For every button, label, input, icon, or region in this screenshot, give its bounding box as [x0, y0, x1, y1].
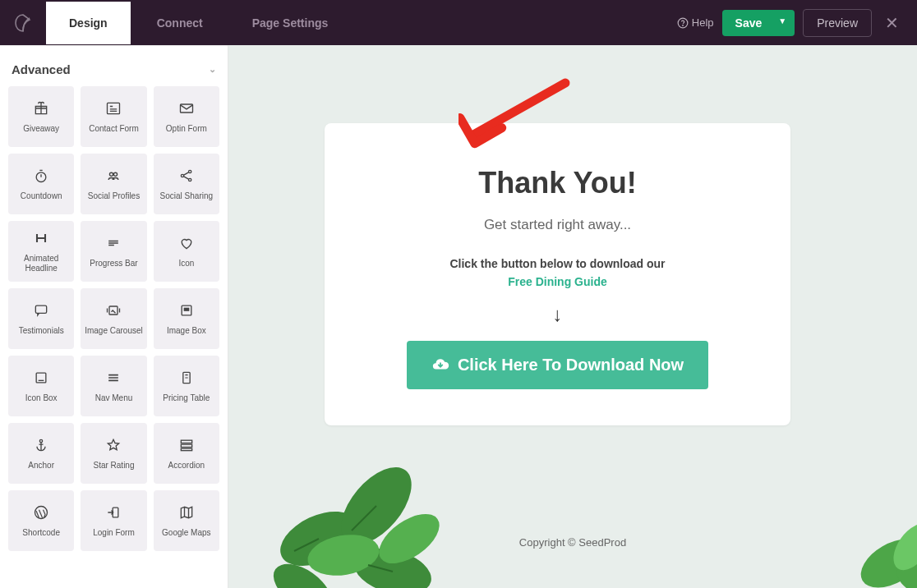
block-google-maps[interactable]: Google Maps — [154, 490, 219, 551]
block-label: Social Profiles — [85, 191, 143, 201]
tab-design[interactable]: Design — [46, 2, 131, 44]
save-button[interactable]: Save — [722, 10, 776, 36]
map-icon — [177, 503, 196, 521]
svg-point-16 — [39, 439, 42, 442]
block-login-form[interactable]: Login Form — [81, 490, 146, 551]
block-label: Accordion — [165, 461, 208, 471]
tab-page-settings[interactable]: Page Settings — [229, 2, 352, 44]
block-label: Login Form — [90, 528, 138, 538]
anchor-icon — [32, 436, 50, 454]
close-button[interactable]: ✕ — [880, 13, 904, 33]
block-label: Shortcode — [19, 528, 63, 538]
block-label: Image Box — [164, 326, 210, 336]
svg-point-5 — [110, 172, 113, 176]
menu-icon — [104, 369, 122, 387]
save-dropdown[interactable]: ▼ — [770, 10, 795, 36]
svg-rect-14 — [36, 373, 46, 383]
block-image-carousel[interactable]: Image Carousel — [81, 288, 146, 349]
svg-rect-13 — [183, 308, 189, 311]
block-progress-bar[interactable]: Progress Bar — [81, 221, 146, 282]
block-label: Star Rating — [90, 461, 137, 471]
block-icon-box[interactable]: Icon Box — [8, 356, 74, 416]
logo — [13, 13, 33, 33]
download-button[interactable]: Click Here To Download Now — [407, 341, 708, 389]
block-label: Social Sharing — [157, 191, 216, 201]
carousel-icon — [104, 301, 122, 319]
annotation-arrow — [458, 76, 574, 162]
form-icon — [104, 99, 122, 117]
svg-rect-2 — [108, 103, 120, 113]
block-label: Animated Headline — [8, 254, 74, 273]
imagebox-icon — [177, 301, 196, 319]
block-giveaway[interactable]: Giveaway — [8, 86, 74, 147]
copyright-text: Copyright © SeedProd — [228, 536, 917, 549]
chevron-down-icon: ⌄ — [209, 64, 216, 75]
block-label: Contact Form — [85, 124, 142, 134]
section-title: Advanced — [12, 62, 71, 76]
login-icon — [104, 503, 122, 521]
giftbox-icon — [32, 99, 50, 117]
svg-point-1 — [682, 25, 683, 25]
subtitle: Get started right away... — [357, 217, 758, 233]
help-label: Help — [692, 16, 714, 29]
chat-icon — [32, 301, 50, 319]
stopwatch-icon — [32, 167, 50, 185]
svg-point-7 — [181, 174, 183, 177]
svg-rect-19 — [181, 448, 191, 451]
heart-icon — [177, 234, 196, 252]
block-anchor[interactable]: Anchor — [8, 423, 74, 484]
pricing-icon — [177, 369, 196, 387]
block-shortcode[interactable]: Shortcode — [8, 490, 74, 551]
thank-you-card[interactable]: Thank You! Get started right away... Cli… — [325, 123, 790, 425]
page-canvas[interactable]: Thank You! Get started right away... Cli… — [228, 45, 917, 588]
plant-decoration-left — [253, 407, 467, 588]
tab-connect[interactable]: Connect — [134, 2, 226, 44]
block-nav-menu[interactable]: Nav Menu — [81, 356, 146, 416]
page-title: Thank You! — [357, 166, 758, 200]
block-label: Giveaway — [20, 124, 62, 134]
block-label: Nav Menu — [92, 393, 136, 403]
svg-rect-21 — [113, 508, 119, 517]
block-testimonials[interactable]: Testimonials — [8, 288, 74, 349]
block-pricing-table[interactable]: Pricing Table — [154, 356, 219, 416]
block-star-rating[interactable]: Star Rating — [81, 423, 146, 484]
block-label: Testimonials — [16, 326, 67, 336]
blocks-sidebar: Advanced ⌄ GiveawayContact FormOptin For… — [0, 45, 228, 588]
block-label: Optin Form — [163, 124, 210, 134]
block-label: Google Maps — [159, 528, 214, 538]
preview-button[interactable]: Preview — [803, 9, 872, 37]
svg-rect-18 — [181, 444, 191, 447]
dining-guide-link[interactable]: Free Dining Guide — [508, 275, 607, 288]
cloud-download-icon — [431, 356, 449, 374]
block-social-sharing[interactable]: Social Sharing — [154, 154, 219, 214]
block-accordion[interactable]: Accordion — [154, 423, 219, 484]
iconbox-icon — [32, 369, 50, 387]
block-label: Icon Box — [22, 393, 61, 403]
block-icon[interactable]: Icon — [154, 221, 219, 282]
block-social-profiles[interactable]: Social Profiles — [81, 154, 146, 214]
svg-point-6 — [114, 172, 118, 176]
share-icon — [177, 167, 196, 185]
headline-icon — [32, 229, 50, 247]
envelope-icon — [177, 99, 196, 117]
people-icon — [104, 167, 122, 185]
block-label: Icon — [175, 259, 197, 269]
block-animated-headline[interactable]: Animated Headline — [8, 221, 74, 282]
wordpress-icon — [32, 503, 50, 521]
block-optin-form[interactable]: Optin Form — [154, 86, 219, 147]
help-link[interactable]: Help — [677, 16, 714, 29]
svg-rect-3 — [180, 104, 192, 113]
block-label: Image Carousel — [81, 326, 146, 336]
block-contact-form[interactable]: Contact Form — [81, 86, 146, 147]
svg-point-9 — [188, 178, 191, 181]
accordion-icon — [177, 436, 196, 454]
block-label: Pricing Table — [159, 393, 213, 403]
block-image-box[interactable]: Image Box — [154, 288, 219, 349]
block-countdown[interactable]: Countdown — [8, 154, 74, 214]
block-label: Anchor — [25, 461, 58, 471]
progress-icon — [104, 234, 122, 252]
svg-point-8 — [188, 170, 191, 172]
star-icon — [104, 436, 122, 454]
svg-rect-10 — [35, 305, 46, 313]
section-advanced-header[interactable]: Advanced ⌄ — [0, 45, 228, 86]
